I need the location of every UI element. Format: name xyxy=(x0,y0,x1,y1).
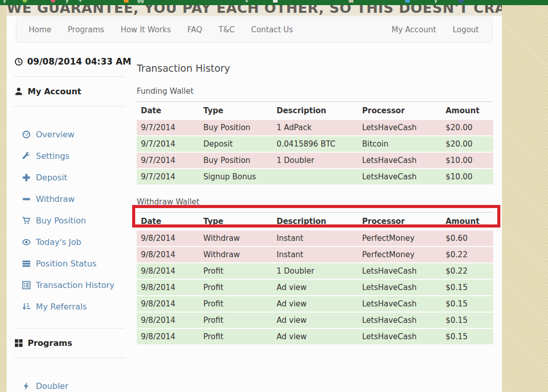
sidebar-item-overview[interactable]: Overview xyxy=(22,123,137,145)
bookmark-favicon[interactable]: y xyxy=(3,0,6,3)
table-cell: LetsHaveCash xyxy=(358,119,441,136)
table-header-row: DateTypeDescriptionProcessorAmount xyxy=(137,102,493,120)
sidebar-item-doubler[interactable]: Doubler xyxy=(22,375,137,392)
table-row: 9/8/2014WithdrawInstantPerfectMoney$0.22 xyxy=(137,246,493,263)
bolt-icon xyxy=(22,382,31,390)
sidebar-item-label: Position Status xyxy=(36,259,96,269)
bookmark-favicon[interactable] xyxy=(405,0,410,3)
bookmark-favicon[interactable]: s xyxy=(245,0,248,3)
page-title: Transaction History xyxy=(137,63,495,74)
dashboard-icon xyxy=(22,130,31,139)
sidebar-divider xyxy=(13,106,124,107)
table-cell: 9/7/2014 xyxy=(137,119,199,136)
table-row: 9/8/2014WithdrawInstantPerfectMoney$0.60 xyxy=(137,230,493,246)
user-icon xyxy=(14,87,23,96)
sidebar-divider xyxy=(13,328,124,328)
table-cell: $20.00 xyxy=(441,136,493,152)
table-cell: 9/7/2014 xyxy=(137,136,199,152)
table-cell: Profit xyxy=(199,328,272,344)
column-header-processor: Processor xyxy=(358,102,441,120)
sidebar-item-buy-position[interactable]: Buy Position xyxy=(22,210,137,231)
nav-item-home[interactable]: Home xyxy=(20,17,59,42)
column-header-date: Date xyxy=(137,213,199,231)
bookmark-favicon[interactable]: y xyxy=(434,0,437,3)
bookmark-favicon[interactable] xyxy=(51,0,55,3)
wallet-caption-funding-wallet: Funding Wallet xyxy=(137,87,495,96)
table-cell: Deposit xyxy=(199,136,272,152)
wallet-caption-withdraw-wallet: Withdraw Wallet xyxy=(137,197,495,207)
page-background: { "browser_bar": { "color": "#1c6f2e", "… xyxy=(0,0,548,392)
main-navbar: HomeProgramsHow It WorksFAQT&CContact Us… xyxy=(16,17,493,43)
table-cell: Ad view xyxy=(272,279,358,296)
nav-item-contact-us[interactable]: Contact Us xyxy=(243,17,301,42)
table-cell: 9/8/2014 xyxy=(137,246,199,263)
column-header-processor: Processor xyxy=(358,213,441,231)
table-cell: Instant xyxy=(272,246,358,263)
sidebar-list: DoublerAdPack xyxy=(13,368,137,392)
nav-item-my-account[interactable]: My Account xyxy=(383,17,444,42)
table-cell: 1 AdPack xyxy=(272,119,358,136)
table-cell: 9/8/2014 xyxy=(137,296,199,312)
table-cell: 0.0415896 BTC xyxy=(272,136,358,152)
tasks-icon xyxy=(22,259,31,268)
bookmark-favicon[interactable] xyxy=(124,0,129,3)
table-row: 9/8/2014ProfitAd viewLetsHaveCash$0.15 xyxy=(137,328,493,344)
bookmark-favicon[interactable]: gg xyxy=(137,0,144,3)
bookmark-favicon[interactable] xyxy=(459,0,463,3)
table-cell: 9/8/2014 xyxy=(137,328,199,344)
plus-icon xyxy=(22,173,31,182)
sidebar-section-programs: Programs xyxy=(13,338,137,348)
table-row: 9/7/2014Deposit0.0415896 BTCBitcoin$20.0… xyxy=(137,136,493,152)
table-cell: 9/8/2014 xyxy=(137,312,199,328)
content-container: WE GUARANTEE, YOU PAY EACH OTHER, SO THI… xyxy=(7,5,502,392)
nav-item-faq[interactable]: FAQ xyxy=(179,17,210,42)
bookmark-favicon[interactable] xyxy=(23,0,27,3)
nav-item-programs[interactable]: Programs xyxy=(59,17,112,42)
sidebar-item-withdraw[interactable]: Withdraw xyxy=(22,188,137,210)
sidebar-item-position-status[interactable]: Position Status xyxy=(22,253,137,274)
table-cell: Ad view xyxy=(272,296,358,312)
site-banner: WE GUARANTEE, YOU PAY EACH OTHER, SO THI… xyxy=(7,5,502,16)
table-row: 9/7/2014Buy Position1 AdPackLetsHaveCash… xyxy=(137,119,493,136)
table-cell: Withdraw xyxy=(199,230,272,246)
column-header-description: Description xyxy=(272,102,358,120)
bookmark-favicon[interactable] xyxy=(349,0,353,3)
sidebar-item-transaction-history[interactable]: Transaction History xyxy=(22,274,137,296)
column-header-date: Date xyxy=(137,102,199,120)
nav-item-logout[interactable]: Logout xyxy=(445,17,487,42)
table-cell: 9/7/2014 xyxy=(137,169,199,184)
transactions-table-withdraw-wallet: DateTypeDescriptionProcessorAmount9/8/20… xyxy=(137,212,493,344)
table-row: 9/8/2014ProfitAd viewLetsHaveCash$0.15 xyxy=(137,312,493,328)
sidebar-item-deposit[interactable]: Deposit xyxy=(22,167,137,188)
bookmark-favicon[interactable]: y xyxy=(66,0,69,3)
nav-item-how-it-works[interactable]: How It Works xyxy=(112,17,179,42)
table-cell: LetsHaveCash xyxy=(358,328,441,344)
main-content: Transaction History Funding WalletDateTy… xyxy=(137,52,495,392)
bookmark-favicon[interactable]: + xyxy=(78,0,82,3)
column-header-type: Type xyxy=(199,102,272,120)
column-header-type: Type xyxy=(199,213,272,231)
column-header-description: Description xyxy=(272,213,358,231)
table-cell: 9/7/2014 xyxy=(137,152,199,169)
table-cell: Profit xyxy=(199,296,272,312)
sidebar-item-today-s-job[interactable]: Today's Job xyxy=(22,231,137,253)
bookmark-favicon[interactable] xyxy=(273,0,278,3)
table-header-row: DateTypeDescriptionProcessorAmount xyxy=(137,213,493,231)
nav-item-t-c[interactable]: T&C xyxy=(210,17,243,42)
sidebar-item-settings[interactable]: Settings xyxy=(22,145,137,167)
cart-icon xyxy=(22,216,31,225)
sidebar-item-my-referrals[interactable]: My Referrals xyxy=(22,296,137,317)
sidebar-item-label: Today's Job xyxy=(36,237,81,247)
sidebar-item-label: Overview xyxy=(36,130,74,139)
table-cell: LetsHaveCash xyxy=(358,152,441,169)
table-cell: LetsHaveCash xyxy=(358,279,441,296)
column-header-amount: Amount xyxy=(441,213,493,231)
table-cell: LetsHaveCash xyxy=(358,169,441,184)
browser-bookmarks-bar: yy+ggsy xyxy=(0,0,548,5)
table-cell: $0.22 xyxy=(441,246,493,263)
nav-left-group: HomeProgramsHow It WorksFAQT&CContact Us xyxy=(16,17,301,42)
table-cell: $0.60 xyxy=(441,230,493,246)
table-cell: $0.15 xyxy=(441,312,493,328)
sidebar-section-label: My Account xyxy=(28,87,81,96)
table-row: 9/7/2014Signup BonusLetsHaveCash$10.00 xyxy=(137,169,493,184)
